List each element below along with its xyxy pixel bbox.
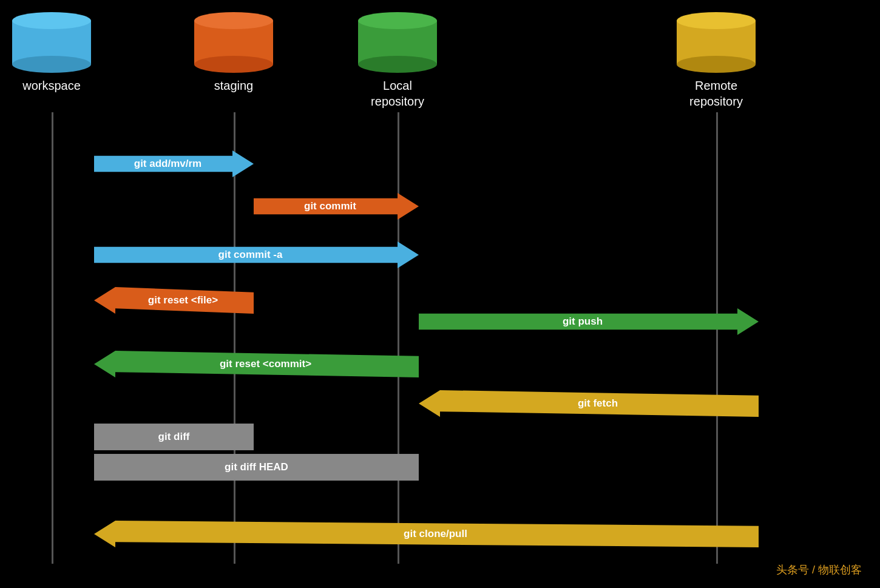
diagram-container: 头条号 / 物联创客 workspace staging	[0, 0, 880, 588]
arrow-label-git-commit: git commit	[304, 200, 356, 212]
cylinder-label-workspace: workspace	[22, 78, 81, 93]
vline-workspace	[52, 112, 53, 564]
arrow-git-reset-file: git reset <file>	[94, 287, 254, 314]
arrow-git-add: git add/mv/rm	[94, 150, 254, 177]
cylinder-label-remote: Remoterepository	[689, 78, 743, 109]
arrow-label-git-fetch: git fetch	[578, 397, 618, 410]
arrow-git-push: git push	[419, 308, 759, 335]
cylinder-workspace: workspace	[12, 12, 91, 93]
arrow-label-git-push: git push	[563, 316, 603, 328]
vline-remote	[716, 112, 718, 564]
arrow-git-diff: git diff	[94, 424, 254, 450]
cylinder-label-staging: staging	[214, 78, 254, 93]
arrow-git-commit: git commit	[254, 193, 419, 220]
cylinder-remote: Remoterepository	[677, 12, 756, 109]
arrow-git-fetch: git fetch	[419, 390, 759, 417]
arrow-git-diff-head: git diff HEAD	[94, 454, 419, 481]
vline-local	[398, 112, 399, 564]
vline-staging	[234, 112, 235, 564]
cylinder-label-local: Localrepository	[371, 78, 424, 109]
arrow-git-commit-a: git commit -a	[94, 242, 419, 268]
arrow-label-git-commit-a: git commit -a	[218, 249, 283, 261]
arrow-git-clone-pull: git clone/pull	[94, 521, 759, 547]
cylinder-local: Localrepository	[358, 12, 437, 109]
arrow-label-git-clone-pull: git clone/pull	[404, 528, 467, 540]
cylinder-staging: staging	[194, 12, 273, 93]
arrow-label-git-reset-file: git reset <file>	[148, 294, 218, 306]
watermark: 头条号 / 物联创客	[776, 563, 862, 577]
arrow-label-git-reset-commit: git reset <commit>	[220, 358, 311, 370]
arrow-label-git-add: git add/mv/rm	[134, 158, 201, 170]
arrow-git-reset-commit: git reset <commit>	[94, 351, 419, 377]
